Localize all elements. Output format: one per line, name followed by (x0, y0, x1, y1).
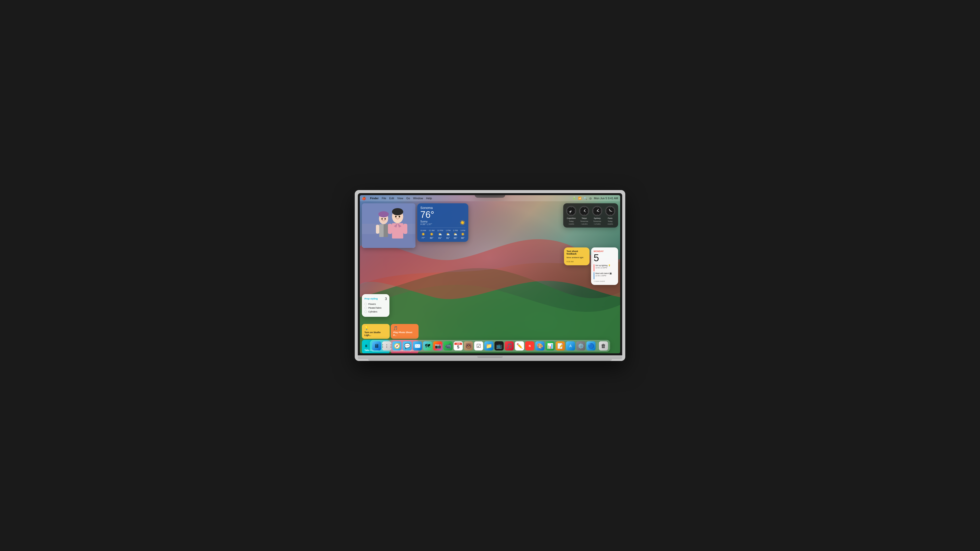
shortcut-play-music[interactable]: 🎵 Play Photo Shoot P... (391, 324, 418, 339)
finder-menu[interactable]: Finder (370, 197, 379, 200)
screen: 🍎 Finder File Edit View Go Window Help 🔋… (360, 195, 620, 353)
dock-reminders[interactable]: ☑ (474, 341, 484, 351)
clock-tokyo: Tokyo Tomorrow +16HRS (579, 206, 590, 225)
dock-settings[interactable]: ⚙️ (576, 341, 585, 351)
dock-pages[interactable]: 📝 (556, 341, 565, 351)
go-menu[interactable]: Go (406, 197, 410, 200)
apple-menu[interactable]: 🍎 (362, 197, 366, 200)
reminder-item-1: Pleated fabric (364, 306, 387, 309)
reminder-text-0: Flowers (368, 303, 376, 305)
dock-files[interactable]: 📁 (484, 341, 493, 351)
dock-messages[interactable]: 💬 (403, 341, 412, 351)
cal-event-indicator-0 (593, 264, 594, 272)
clock-face-cupertino (566, 206, 576, 216)
dock-maps[interactable]: 🗺 (423, 341, 432, 351)
weather-hour-3: 1 PM ⛅ 81° (445, 229, 450, 239)
menubar-right: 🔋 📶 🔍 ◎ Mon Jun 5 9:41 AM (573, 197, 618, 200)
svg-point-53 (610, 211, 611, 211)
dock-facetime[interactable]: 📹 (444, 341, 453, 351)
view-menu[interactable]: View (397, 197, 403, 200)
weather-hour-5: 3 PM ☀️ 88° (460, 229, 465, 239)
weather-hour-0: 10 AM ☀️ 77° (420, 229, 426, 239)
cal-event-indicator-1 (593, 272, 594, 279)
weather-desc-row: Sunny H:88° L:57° ☀️ (420, 220, 465, 225)
clock-offset-paris: +9HRS (607, 223, 613, 225)
dock-pixelmator[interactable]: 🎨 (535, 341, 545, 351)
reminder-circle-0 (364, 303, 367, 305)
clock-paris: Paris Today +9HRS (605, 206, 616, 225)
reminder-circle-2 (364, 310, 367, 313)
clock-face-paris (605, 206, 615, 216)
macbook-body: 🍎 Finder File Edit View Go Window Help 🔋… (355, 190, 625, 361)
desktop: 🍎 Finder File Edit View Go Window Help 🔋… (360, 195, 620, 353)
menubar-left: 🍎 Finder File Edit View Go Window Help (362, 197, 432, 200)
dock-freeform[interactable]: ✏️ (515, 341, 524, 351)
weather-highlow: H:88° L:57° (420, 223, 432, 225)
cal-day: 5 (593, 253, 616, 263)
note-title: Test shoot feedback (566, 250, 587, 255)
clock-sydney: Sydney Tomorrow +17HRS (592, 206, 603, 225)
reminder-title: Prop styling (364, 297, 378, 300)
svg-rect-8 (379, 213, 389, 215)
dock-bear[interactable]: 🐻 (464, 341, 473, 351)
clock-offset-sydney: +17HRS (594, 223, 601, 225)
dock-photos[interactable]: 📷 (433, 341, 442, 351)
dock-trash[interactable]: 🗑 (599, 341, 608, 351)
svg-rect-11 (376, 225, 379, 233)
clock-day-tokyo: Tomorrow (580, 221, 588, 222)
clock-city-sydney: Sydney (594, 217, 601, 219)
menubar: 🍎 Finder File Edit View Go Window Help 🔋… (360, 195, 620, 201)
clock-city-tokyo: Tokyo (582, 217, 587, 219)
cal-event-0: Set up lighting 💡 12:00–12:30PM (593, 264, 616, 272)
cal-event-1: Meet with talent 🎬 12:30–1:00PM (593, 272, 616, 279)
note-time: 8:30 AM (566, 260, 587, 263)
clock-day-sydney: Tomorrow (593, 221, 601, 222)
macbook-hinge (477, 356, 503, 358)
note-widget: Test shoot feedback More ambient light 8… (564, 248, 590, 265)
datetime-label: Mon Jun 5 9:41 AM (594, 197, 618, 200)
reminder-text-2: Cylinders (368, 310, 377, 313)
dock-appstore[interactable]: A (566, 341, 575, 351)
shortcut-studio-light[interactable]: 💡 Turn on Studio Ligh... (362, 324, 390, 339)
file-menu[interactable]: File (382, 197, 387, 200)
macbook-outer: 🍎 Finder File Edit View Go Window Help 🔋… (355, 190, 625, 361)
dock-music[interactable]: 🎵 (505, 341, 514, 351)
dock-launchpad[interactable]: ⋮⋮⋮ (382, 341, 391, 351)
help-menu[interactable]: Help (426, 197, 432, 200)
weather-hour-4: 2 PM ⛅ 85° (453, 229, 458, 239)
clock-face-tokyo (579, 206, 589, 216)
dock-finder[interactable]: 🖥 (372, 341, 381, 351)
reminder-circle-1 (364, 306, 367, 309)
dock-screentime[interactable]: 🔵 (587, 341, 596, 351)
dock-calendar[interactable]: JUN 5 (454, 341, 463, 351)
reminder-text-1: Pleated fabric (368, 306, 382, 309)
weather-condition: Sunny H:88° L:57° (420, 220, 432, 225)
screen-bezel: 🍎 Finder File Edit View Go Window Help 🔋… (358, 193, 622, 355)
shortcut-label-0: Turn on Studio Ligh... (364, 331, 387, 337)
dock-news[interactable]: N (525, 341, 535, 351)
reminder-item-0: Flowers (364, 303, 387, 305)
svg-point-45 (597, 211, 597, 211)
calendar-widget: Monday 5 Set up lighting 💡 12:00–12:30PM (591, 248, 618, 285)
shortcut-icon-1: 🎵 (393, 326, 416, 330)
cal-event-text-0: Set up lighting 💡 12:00–12:30PM (595, 264, 611, 268)
shortcut-label-1: Play Photo Shoot P... (393, 331, 416, 337)
svg-point-21 (385, 218, 386, 220)
weather-temp: 76° (420, 210, 465, 219)
wifi-icon: 📶 (578, 197, 582, 200)
dock-safari[interactable]: 🧭 (393, 341, 402, 351)
svg-point-20 (382, 218, 383, 220)
siri-icon[interactable]: ◎ (589, 197, 592, 200)
battery-icon: 🔋 (573, 197, 576, 200)
weather-hour-2: 12 PM ⛅ 81° (437, 229, 443, 239)
dock-appletv[interactable]: 📺 (495, 341, 504, 351)
dock-numbers[interactable]: 📊 (546, 341, 555, 351)
clocks-widget: Cupertino Today +0HRS (563, 203, 618, 227)
clock-offset-cupertino: +0HRS (568, 223, 574, 225)
reminder-item-2: Cylinders (364, 310, 387, 313)
dock-mail[interactable]: ✉️ (413, 341, 422, 351)
svg-rect-15 (392, 223, 403, 238)
window-menu[interactable]: Window (413, 197, 423, 200)
search-icon[interactable]: 🔍 (584, 197, 587, 200)
edit-menu[interactable]: Edit (389, 197, 394, 200)
